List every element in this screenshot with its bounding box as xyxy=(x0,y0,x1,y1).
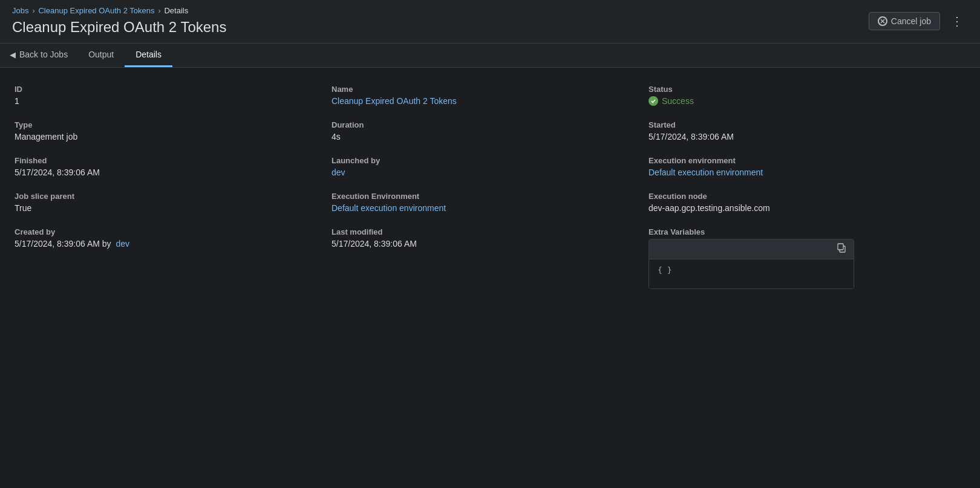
duration-label: Duration xyxy=(332,120,634,129)
type-value: Management job xyxy=(15,132,317,142)
page-title: Cleanup Expired OAuth 2 Tokens xyxy=(12,19,226,36)
finished-label: Finished xyxy=(15,156,317,165)
back-arrow-icon: ◀ xyxy=(10,50,16,59)
created-by-link[interactable]: dev xyxy=(116,239,129,249)
extra-vars-container: { } xyxy=(648,239,854,289)
details-grid: ID 1 Name Cleanup Expired OAuth 2 Tokens… xyxy=(15,85,965,289)
exec-env2-label: Execution Environment xyxy=(332,192,634,201)
back-to-jobs-tab[interactable]: ◀ Back to Jobs xyxy=(0,44,77,67)
copy-extra-vars-button[interactable] xyxy=(834,242,849,256)
launched-by-label: Launched by xyxy=(332,156,634,165)
cancel-icon xyxy=(878,16,887,26)
exec-env-label: Execution environment xyxy=(648,156,951,165)
exec-env2-link[interactable]: Default execution environment xyxy=(332,203,446,213)
breadcrumb-sep-1: › xyxy=(32,7,34,15)
field-launched-by: Launched by dev xyxy=(332,156,648,177)
kebab-menu-button[interactable]: ⋮ xyxy=(946,11,968,31)
exec-env-value: Default execution environment xyxy=(648,168,951,177)
exec-node-value: dev-aap.gcp.testing.ansible.com xyxy=(648,203,951,213)
id-value: 1 xyxy=(15,96,317,106)
copy-icon xyxy=(837,244,846,255)
breadcrumb-jobs[interactable]: Jobs xyxy=(12,6,28,15)
status-success: Success xyxy=(648,96,951,106)
job-slice-label: Job slice parent xyxy=(15,192,317,201)
svg-rect-3 xyxy=(838,244,843,250)
kebab-icon: ⋮ xyxy=(951,14,963,28)
status-label: Status xyxy=(648,85,951,94)
status-value: Success xyxy=(648,96,951,106)
exec-env2-value: Default execution environment xyxy=(332,203,634,213)
tab-bar: ◀ Back to Jobs Output Details xyxy=(0,44,980,68)
extra-vars-body: { } xyxy=(649,259,854,288)
field-type: Type Management job xyxy=(15,120,332,142)
content-area: ID 1 Name Cleanup Expired OAuth 2 Tokens… xyxy=(0,68,980,306)
breadcrumb-sep-2: › xyxy=(158,7,160,15)
field-last-modified: Last modified 5/17/2024, 8:39:06 AM xyxy=(332,227,648,289)
exec-node-label: Execution node xyxy=(648,192,951,201)
field-exec-node: Execution node dev-aap.gcp.testing.ansib… xyxy=(648,192,965,213)
last-modified-label: Last modified xyxy=(332,227,634,236)
name-value: Cleanup Expired OAuth 2 Tokens xyxy=(332,96,634,106)
field-created-by: Created by 5/17/2024, 8:39:06 AM by dev xyxy=(15,227,332,289)
header-actions: Cancel job ⋮ xyxy=(869,11,968,31)
started-label: Started xyxy=(648,120,951,129)
extra-vars-toolbar xyxy=(649,239,854,259)
page-header: Jobs › Cleanup Expired OAuth 2 Tokens › … xyxy=(0,0,980,44)
job-slice-value: True xyxy=(15,203,317,213)
field-exec-env2: Execution Environment Default execution … xyxy=(332,192,648,213)
launched-by-value: dev xyxy=(332,168,634,177)
field-extra-vars: Extra Variables { } xyxy=(648,227,965,289)
status-text: Success xyxy=(662,96,694,106)
field-exec-env: Execution environment Default execution … xyxy=(648,156,965,177)
field-finished: Finished 5/17/2024, 8:39:06 AM xyxy=(15,156,332,177)
tab-output[interactable]: Output xyxy=(77,44,125,67)
status-dot-icon xyxy=(648,96,658,106)
field-duration: Duration 4s xyxy=(332,120,648,142)
duration-value: 4s xyxy=(332,132,634,142)
tab-details[interactable]: Details xyxy=(125,44,172,67)
tab-output-label: Output xyxy=(88,50,114,59)
finished-value: 5/17/2024, 8:39:06 AM xyxy=(15,168,317,177)
back-to-jobs-label: Back to Jobs xyxy=(19,50,68,59)
tab-details-label: Details xyxy=(136,50,162,59)
started-value: 5/17/2024, 8:39:06 AM xyxy=(648,132,951,142)
created-by-value: 5/17/2024, 8:39:06 AM by dev xyxy=(15,239,317,249)
cancel-job-label: Cancel job xyxy=(891,16,931,26)
field-job-slice: Job slice parent True xyxy=(15,192,332,213)
field-id: ID 1 xyxy=(15,85,332,106)
exec-env-link[interactable]: Default execution environment xyxy=(648,168,763,177)
type-label: Type xyxy=(15,120,317,129)
created-by-prefix: 5/17/2024, 8:39:06 AM by xyxy=(15,239,111,249)
name-label: Name xyxy=(332,85,634,94)
extra-vars-label: Extra Variables xyxy=(648,227,951,236)
name-link[interactable]: Cleanup Expired OAuth 2 Tokens xyxy=(332,96,457,106)
breadcrumb-job-name[interactable]: Cleanup Expired OAuth 2 Tokens xyxy=(38,6,154,15)
breadcrumb: Jobs › Cleanup Expired OAuth 2 Tokens › … xyxy=(12,6,226,15)
field-started: Started 5/17/2024, 8:39:06 AM xyxy=(648,120,965,142)
cancel-job-button[interactable]: Cancel job xyxy=(869,12,940,30)
field-name: Name Cleanup Expired OAuth 2 Tokens xyxy=(332,85,648,106)
breadcrumb-current: Details xyxy=(164,6,188,15)
field-status: Status Success xyxy=(648,85,965,106)
launched-by-link[interactable]: dev xyxy=(332,168,345,177)
last-modified-value: 5/17/2024, 8:39:06 AM xyxy=(332,239,634,249)
created-by-label: Created by xyxy=(15,227,317,236)
id-label: ID xyxy=(15,85,317,94)
